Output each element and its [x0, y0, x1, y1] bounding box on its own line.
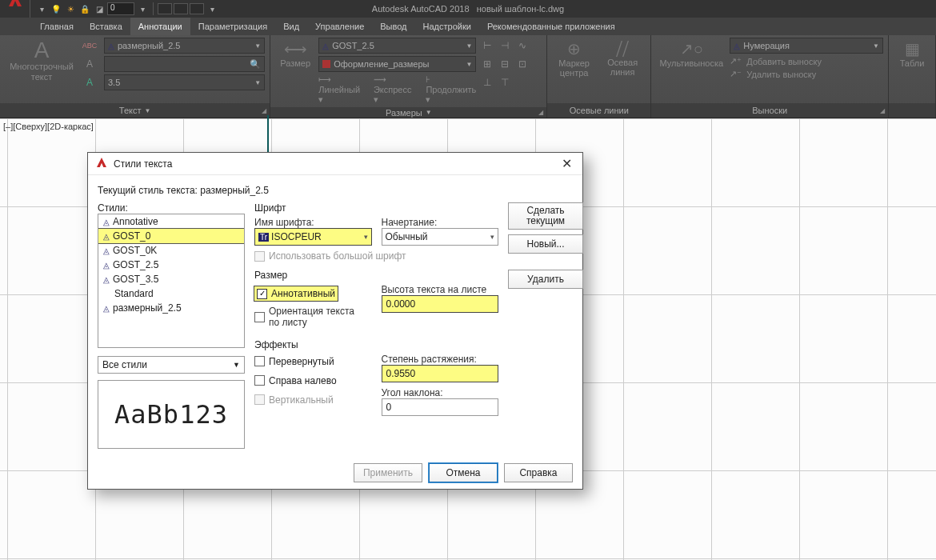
- add-leader[interactable]: Добавить выноску: [746, 57, 822, 66]
- bigfont-checkbox: [254, 251, 265, 262]
- height-input[interactable]: 0.0000: [382, 295, 499, 313]
- new-style-button[interactable]: Новый...: [508, 234, 583, 254]
- lock-icon[interactable]: 🔒: [78, 2, 91, 15]
- tab-output[interactable]: Вывод: [372, 18, 414, 35]
- style-item-selected: ◬GOST_0: [98, 229, 244, 243]
- mtext-label: Многострочный текст: [8, 62, 75, 82]
- qat-menu-icon[interactable]: ▾: [35, 2, 48, 15]
- dim-opt-1[interactable]: ⊢: [479, 38, 495, 54]
- font-style-select[interactable]: Обычный▾: [382, 228, 499, 246]
- dim-opt-6[interactable]: ⊡: [514, 56, 530, 72]
- style-preview: AaBb123: [98, 380, 245, 449]
- dim-continue[interactable]: ⊦ Продолжить ▾: [426, 74, 476, 105]
- upsidedown-checkbox[interactable]: [254, 356, 265, 366]
- dim-opt-8[interactable]: ⊤: [497, 74, 513, 90]
- dim-opt-7[interactable]: ⊥: [479, 74, 495, 90]
- qat-tool-2[interactable]: [174, 3, 188, 14]
- layer-input[interactable]: 0: [107, 2, 134, 15]
- apply-button[interactable]: Применить: [354, 463, 422, 482]
- scale-a-icon[interactable]: A: [82, 56, 98, 72]
- window-title: Autodesk AutoCAD 2018 новый шаблон-lc.dw…: [372, 4, 564, 14]
- tab-annotations[interactable]: Аннотации: [130, 18, 190, 35]
- autocad-icon: [94, 155, 109, 172]
- dim-opt-3[interactable]: ∿: [514, 38, 530, 54]
- panel-launcher-icon[interactable]: ◢: [880, 107, 885, 114]
- qat-more-icon[interactable]: ▾: [206, 2, 218, 15]
- panel-dimensions: ⟷ Размер ◬GOST_2.5▼ Оформление_размеры▼ …: [270, 35, 547, 118]
- centerline-button[interactable]: ⧸⧸ Осевая линия: [599, 38, 646, 78]
- sun-icon[interactable]: ☀: [64, 2, 77, 15]
- table-button[interactable]: ▦ Табли: [894, 38, 930, 70]
- qat-tool-3[interactable]: [190, 3, 204, 14]
- dim-opt-4[interactable]: ⊞: [479, 56, 495, 72]
- panel-text: A Многострочный текст ABC A A ◬ размерны…: [0, 35, 270, 118]
- panel-leaders-title: Выноски: [752, 106, 787, 115]
- cancel-button[interactable]: Отмена: [429, 463, 498, 482]
- style-item: ◬Annotative: [98, 214, 244, 229]
- remove-leader[interactable]: Удалить выноску: [746, 70, 816, 79]
- font-name-select[interactable]: Tr ISOCPEUR▾: [254, 228, 372, 246]
- text-a-icon: A: [34, 39, 50, 62]
- vertical-label: Вертикальный: [269, 394, 334, 406]
- add-leader-icon: ↗⁺: [730, 56, 742, 66]
- tab-param[interactable]: Параметризация: [190, 18, 275, 35]
- tab-view[interactable]: Вид: [275, 18, 307, 35]
- text-style-select[interactable]: ◬ размерный_2.5▼: [104, 38, 265, 54]
- center-mark-label: Маркер центра: [555, 58, 593, 78]
- panel-launcher-icon[interactable]: ◢: [262, 107, 266, 114]
- dim-linear[interactable]: ⟼ Линейный ▾: [318, 74, 366, 105]
- mtext-button[interactable]: A Многострочный текст: [5, 38, 78, 84]
- panel-table: ▦ Табли: [889, 35, 936, 118]
- viewport-label[interactable]: [–][Сверху][2D-каркас]: [3, 122, 94, 131]
- close-icon[interactable]: ✕: [557, 156, 576, 171]
- mleader-icon: ↗○: [680, 39, 703, 58]
- qat-dropdown-icon[interactable]: ▾: [136, 2, 149, 15]
- qat-tool-1[interactable]: [158, 3, 172, 14]
- text-size-select[interactable]: 3.5▼: [104, 74, 265, 90]
- mleader-button[interactable]: ↗○ Мультивыноска: [656, 38, 726, 70]
- dim-style-select[interactable]: ◬GOST_2.5▼: [318, 38, 476, 54]
- center-mark-icon: ⊕: [567, 39, 581, 58]
- tab-manage[interactable]: Управление: [307, 18, 372, 35]
- panel-launcher-icon[interactable]: ◢: [538, 109, 543, 116]
- dim-layer-select[interactable]: Оформление_размеры▼: [318, 56, 476, 72]
- panel-axes-title: Осевые линии: [570, 106, 629, 115]
- dim-opt-2[interactable]: ⊣: [497, 38, 513, 54]
- dim-opt-5[interactable]: ⊟: [497, 56, 513, 72]
- truetype-icon: Tr: [258, 233, 269, 242]
- backwards-checkbox[interactable]: [254, 375, 265, 386]
- find-text[interactable]: 🔍: [104, 56, 265, 72]
- center-mark-button[interactable]: ⊕ Маркер центра: [552, 38, 596, 79]
- tab-addons[interactable]: Надстройки: [415, 18, 479, 35]
- current-style-label: Текущий стиль текста: размерный_2.5: [98, 185, 573, 196]
- set-current-button[interactable]: Сделать текущим: [508, 202, 583, 230]
- app-logo[interactable]: [0, 0, 30, 18]
- leader-style-select[interactable]: ◬Нумерация▼: [730, 38, 883, 54]
- width-factor-label: Степень растяжения:: [382, 354, 499, 365]
- width-factor-input[interactable]: 0.9550: [382, 365, 499, 382]
- layer-color-swatch-icon: [322, 60, 330, 68]
- oblique-input[interactable]: 0: [382, 398, 499, 416]
- bulb-icon[interactable]: 💡: [50, 2, 62, 15]
- style-item: ◬GOST_2.5: [98, 258, 244, 272]
- layer-color-icon[interactable]: ◪: [93, 2, 106, 15]
- orientation-checkbox[interactable]: [254, 312, 265, 322]
- abc-icon[interactable]: ABC: [82, 38, 98, 54]
- table-icon: ▦: [905, 39, 920, 58]
- annot-a-icon[interactable]: A: [82, 74, 98, 90]
- style-filter-select[interactable]: Все стили▼: [98, 356, 245, 374]
- style-item: ◬GOST_0K: [98, 243, 244, 258]
- dialog-titlebar[interactable]: Стили текста ✕: [88, 153, 582, 175]
- tab-recommended[interactable]: Рекомендованные приложения: [479, 18, 623, 35]
- centerline-label: Осевая линия: [602, 58, 642, 77]
- tab-home[interactable]: Главная: [32, 18, 82, 35]
- styles-listbox[interactable]: ◬Annotative ◬GOST_0 ◬GOST_0K ◬GOST_2.5 ◬…: [98, 214, 245, 348]
- tab-insert[interactable]: Вставка: [82, 18, 130, 35]
- annotative-checkbox-row[interactable]: ✓Аннотативный: [254, 286, 338, 301]
- help-button[interactable]: Справка: [504, 463, 573, 482]
- dimension-button[interactable]: ⟷ Размер: [275, 38, 315, 70]
- dim-express[interactable]: ⟿ Экспресс ▾: [374, 74, 418, 105]
- dialog-title: Стили текста: [114, 158, 172, 170]
- delete-style-button[interactable]: Удалить: [508, 270, 583, 289]
- title-bar: ▾ 💡 ☀ 🔒 ◪ 0 ▾ ▾ Autodesk AutoCAD 2018 но…: [0, 0, 936, 18]
